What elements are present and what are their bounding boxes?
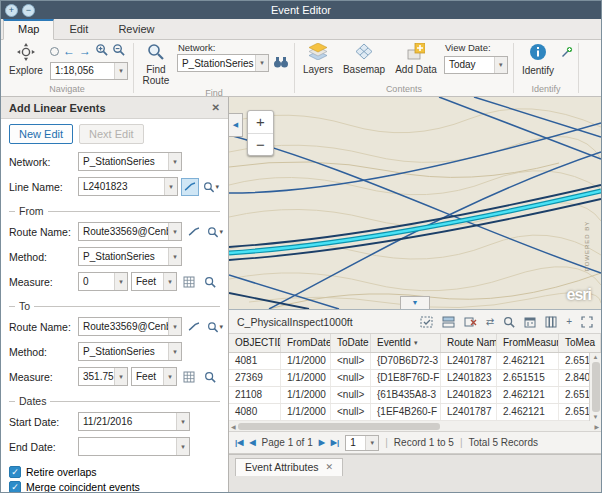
column-header[interactable]: FromDate [281, 334, 331, 352]
line-name-field-label: Line Name: [9, 181, 75, 193]
scroll-left-icon[interactable]: ◀ [231, 423, 236, 430]
tab-edit[interactable]: Edit [54, 19, 103, 39]
to-measure-label: Measure: [9, 371, 75, 383]
from-unit-select[interactable]: Feet ▾ [131, 272, 177, 291]
next-extent-icon[interactable]: → [79, 44, 91, 58]
collapse-panel-button[interactable]: ◀ [229, 113, 243, 137]
end-date-select[interactable]: ▾ [78, 437, 190, 456]
chevron-down-icon: ▾ [176, 413, 189, 430]
pick-measure-icon[interactable] [201, 368, 219, 386]
tab-map[interactable]: Map [3, 19, 54, 40]
horizontal-scrollbar[interactable]: ◀ ▶ [229, 421, 601, 432]
select-route-on-map-icon[interactable] [185, 318, 203, 336]
sort-desc-icon[interactable]: ▾ [414, 334, 418, 352]
calendar-filter-icon[interactable] [524, 316, 536, 328]
column-header[interactable]: ToMea [559, 334, 601, 352]
measure-grid-icon[interactable] [180, 368, 198, 386]
view-date-select[interactable]: Today ▾ [444, 56, 508, 74]
table-row[interactable]: 273691/1/2000<null>{D1E8F76D-FL24018232.… [229, 370, 601, 387]
to-method-label: Method: [9, 346, 75, 358]
previous-extent-icon[interactable]: ← [63, 44, 75, 58]
find-route-button[interactable]: Find Route [139, 42, 173, 87]
from-method-select[interactable]: P_StationSeries ▾ [78, 247, 182, 266]
scale-select[interactable]: 1:18,056 ▾ [50, 62, 128, 80]
first-page-icon[interactable]: |◀ [235, 438, 243, 447]
network-select[interactable]: P_StationSeries ▾ [78, 152, 182, 171]
tab-event-attributes[interactable]: Event Attributes ✕ [235, 458, 343, 476]
zoom-in-tool-icon[interactable] [95, 42, 108, 60]
identify-route-icon[interactable] [561, 44, 573, 62]
column-header[interactable]: OBJECTID [229, 334, 281, 352]
select-line-on-map-icon[interactable] [181, 178, 199, 196]
zoom-to-line-icon[interactable]: ▾ [202, 178, 220, 196]
tab-review[interactable]: Review [103, 19, 169, 39]
collapse-table-button[interactable]: ▼ [400, 296, 430, 309]
columns-icon[interactable] [545, 316, 557, 328]
column-header[interactable]: FromMeasure [497, 334, 559, 352]
line-name-select[interactable]: L2401823 ▾ [78, 177, 178, 196]
to-section-label: To [9, 300, 220, 312]
previous-page-icon[interactable]: ◀ [249, 438, 255, 447]
retire-overlaps-checkbox[interactable]: ✓ Retire overlaps [9, 466, 220, 478]
next-page-icon[interactable]: ▶ [319, 438, 325, 447]
page-text: Page 1 of 1 [262, 437, 313, 448]
chevron-down-icon: ▾ [114, 368, 127, 385]
measure-grid-icon[interactable] [180, 273, 198, 291]
to-method-select[interactable]: P_StationSeries ▾ [78, 342, 182, 361]
show-selected-icon[interactable] [442, 316, 455, 328]
zoom-to-route-icon[interactable]: ▾ [206, 318, 224, 336]
to-route-select[interactable]: Route33569@Cenb ▾ [78, 317, 182, 336]
close-icon[interactable]: ✕ [212, 102, 220, 113]
basemap-button[interactable]: Basemap [340, 42, 388, 76]
to-measure-select[interactable]: 351.75 ▾ [78, 367, 128, 386]
from-measure-select[interactable]: 0 ▾ [78, 272, 128, 291]
close-icon[interactable]: ✕ [326, 462, 334, 472]
select-records-icon[interactable] [420, 316, 433, 328]
ribbon-network-select[interactable]: P_StationSeries ▾ [177, 54, 269, 72]
table-row[interactable]: 40801/1/2000<null>{1EF4B260-FL24017872.4… [229, 404, 601, 421]
contents-group-label: Contents [300, 83, 508, 96]
switch-selection-icon[interactable]: ⇄ [486, 316, 494, 327]
explore-button[interactable]: Explore [6, 42, 46, 77]
scrollbar-thumb[interactable] [238, 423, 440, 430]
start-date-select[interactable]: 11/21/2016 ▾ [78, 412, 190, 431]
zoom-out-tool-icon[interactable] [112, 42, 125, 60]
map-zoom-in-button[interactable]: + [248, 111, 273, 133]
add-data-button[interactable]: Add Data [392, 42, 440, 76]
pan-icon[interactable] [50, 47, 59, 56]
zoom-to-route-icon[interactable]: ▾ [206, 223, 224, 241]
map-zoom-out-button[interactable]: − [248, 133, 273, 155]
expand-table-icon[interactable] [581, 316, 593, 328]
ribbon-divider [578, 43, 579, 93]
new-edit-button[interactable]: New Edit [9, 124, 73, 144]
layers-button[interactable]: Layers [300, 42, 336, 76]
to-unit-select[interactable]: Feet ▾ [131, 367, 177, 386]
from-route-select[interactable]: Route33569@Cenb ▾ [78, 222, 182, 241]
page-select[interactable]: 1 ▾ [345, 435, 379, 451]
column-header[interactable]: EventId▾ [371, 334, 441, 352]
map-view[interactable]: + − ◀ ▼ POWERED BY esri [229, 97, 601, 309]
title-bar: + − Event Editor [1, 1, 601, 19]
table-header-row: OBJECTID FromDate ToDate EventId▾ Route … [229, 334, 601, 353]
zoom-to-selection-icon[interactable] [503, 316, 515, 328]
scroll-up-icon[interactable]: ▲ [593, 354, 599, 360]
bottom-tab-strip: Event Attributes ✕ [229, 454, 601, 492]
add-record-icon[interactable]: + [566, 316, 572, 327]
table-row[interactable]: 40811/1/2000<null>{D70B6D72-3L24017872.4… [229, 353, 601, 370]
table-row[interactable]: 211081/1/2000<null>{61B435A8-3L24018232.… [229, 387, 601, 404]
column-header[interactable]: ToDate [331, 334, 371, 352]
scroll-down-icon[interactable]: ▼ [593, 414, 599, 420]
select-route-on-map-icon[interactable] [185, 223, 203, 241]
last-page-icon[interactable]: ▶| [331, 438, 339, 447]
clear-selection-icon[interactable] [464, 316, 477, 328]
pick-measure-icon[interactable] [201, 273, 219, 291]
scroll-right-icon[interactable]: ▶ [594, 423, 599, 430]
identify-button[interactable]: Identify [519, 42, 557, 77]
vertical-scrollbar[interactable]: ▲ ▼ [589, 353, 601, 421]
scrollbar-thumb[interactable] [592, 362, 600, 412]
binoculars-icon[interactable] [273, 54, 289, 72]
chevron-down-icon: ▾ [168, 318, 181, 335]
column-header[interactable]: Route Name [441, 334, 497, 352]
merge-coincident-events-checkbox[interactable]: ✓ Merge coincident events [9, 481, 220, 493]
table-title: C_PhysicalInspect1000ft [237, 316, 353, 328]
